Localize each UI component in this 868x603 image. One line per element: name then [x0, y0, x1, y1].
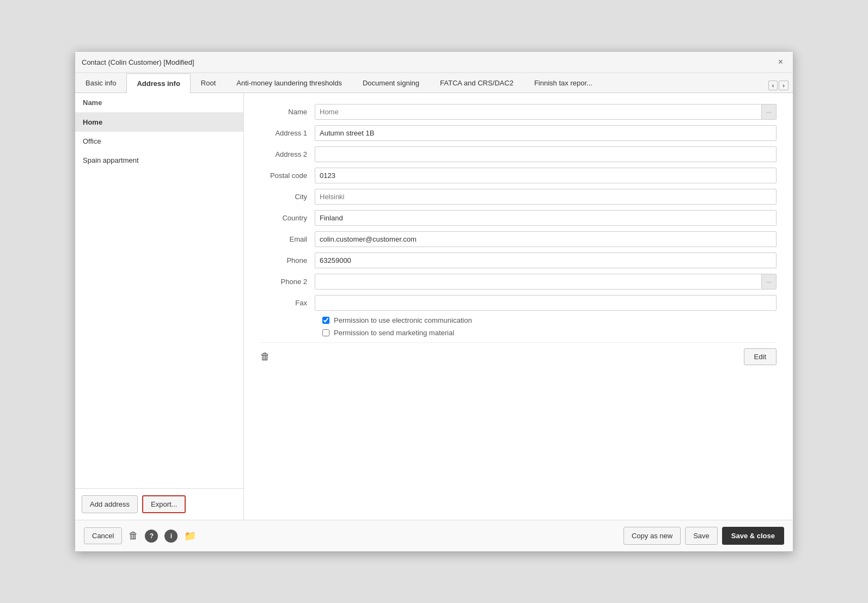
sidebar-footer: Add address Export...	[75, 488, 243, 520]
tab-root[interactable]: Root	[191, 73, 226, 93]
tab-finnish-tax[interactable]: Finnish tax repor...	[524, 73, 603, 93]
tab-prev-button[interactable]: ‹	[768, 81, 778, 90]
content-area: Name Home Office Spain appartment Add ad…	[75, 93, 793, 520]
name-input[interactable]	[315, 104, 761, 119]
dialog-footer: Cancel 🗑 ? i 📁 Copy as new Save Save & c…	[75, 520, 793, 551]
phone2-label: Phone 2	[260, 278, 315, 286]
cancel-button[interactable]: Cancel	[84, 527, 122, 544]
email-row: Email	[260, 231, 777, 247]
address1-row: Address 1	[260, 125, 777, 141]
form-area: Name ··· Address 1 Address 2 Postal code	[244, 93, 793, 520]
phone-input[interactable]	[315, 253, 777, 268]
save-close-button[interactable]: Save & close	[722, 527, 784, 545]
phone2-field-wrapper: ···	[315, 274, 777, 290]
sidebar-header: Name	[75, 93, 243, 113]
fax-input[interactable]	[315, 295, 777, 311]
name-label: Name	[260, 108, 315, 116]
titlebar: Contact (Colin Customer) [Modified] ×	[75, 52, 793, 73]
dialog-title: Contact (Colin Customer) [Modified]	[82, 58, 194, 66]
fax-label: Fax	[260, 299, 315, 307]
tab-nav: ‹ ›	[764, 78, 793, 93]
marketing-checkbox[interactable]	[322, 329, 329, 336]
phone2-ellipsis-button[interactable]: ···	[761, 274, 776, 289]
country-row: Country	[260, 210, 777, 226]
tab-document-signing[interactable]: Document signing	[352, 73, 430, 93]
footer-trash-icon[interactable]: 🗑	[129, 530, 138, 542]
info-icon[interactable]: i	[164, 530, 178, 543]
postal-code-label: Postal code	[260, 171, 315, 180]
phone-label: Phone	[260, 256, 315, 264]
city-label: City	[260, 193, 315, 201]
email-input[interactable]	[315, 231, 777, 247]
address-list: Home Office Spain appartment	[75, 113, 243, 488]
address2-label: Address 2	[260, 150, 315, 158]
name-field-wrapper: ···	[315, 104, 777, 120]
tab-fatca[interactable]: FATCA and CRS/DAC2	[430, 73, 524, 93]
sidebar-item-home[interactable]: Home	[75, 113, 243, 132]
tabs-bar: Basic info Address info Root Anti-money …	[75, 73, 793, 93]
name-ellipsis-button[interactable]: ···	[761, 104, 776, 119]
electronic-comm-checkbox[interactable]	[322, 317, 329, 324]
address1-label: Address 1	[260, 129, 315, 137]
save-button[interactable]: Save	[685, 527, 718, 545]
export-button[interactable]: Export...	[142, 495, 186, 513]
copy-as-new-button[interactable]: Copy as new	[624, 527, 681, 545]
marketing-row: Permission to send marketing material	[322, 329, 777, 337]
country-label: Country	[260, 214, 315, 222]
marketing-label: Permission to send marketing material	[334, 329, 454, 337]
postal-code-input[interactable]	[315, 168, 777, 183]
edit-button[interactable]: Edit	[744, 348, 777, 365]
phone-row: Phone	[260, 253, 777, 268]
help-icon[interactable]: ?	[145, 530, 158, 543]
city-row: City	[260, 189, 777, 205]
dialog: Contact (Colin Customer) [Modified] × Ba…	[75, 51, 793, 552]
address1-input[interactable]	[315, 125, 777, 141]
city-input[interactable]	[315, 189, 777, 205]
country-input[interactable]	[315, 210, 777, 226]
sidebar: Name Home Office Spain appartment Add ad…	[75, 93, 244, 520]
tab-aml[interactable]: Anti-money laundering thresholds	[226, 73, 352, 93]
address2-row: Address 2	[260, 146, 777, 162]
postal-code-row: Postal code	[260, 168, 777, 183]
tab-basic-info[interactable]: Basic info	[75, 73, 126, 93]
phone2-row: Phone 2 ···	[260, 274, 777, 290]
form-footer: 🗑 Edit	[260, 342, 777, 371]
tab-next-button[interactable]: ›	[779, 81, 788, 90]
email-label: Email	[260, 235, 315, 243]
phone2-input[interactable]	[315, 274, 761, 289]
close-button[interactable]: ×	[775, 56, 786, 68]
address2-input[interactable]	[315, 146, 777, 162]
folder-icon[interactable]: 📁	[184, 530, 196, 542]
sidebar-item-spain[interactable]: Spain appartment	[75, 151, 243, 170]
fax-row: Fax	[260, 295, 777, 311]
footer-left: Cancel 🗑 ? i 📁	[84, 527, 196, 544]
sidebar-item-office[interactable]: Office	[75, 132, 243, 151]
delete-address-icon[interactable]: 🗑	[260, 351, 270, 362]
tab-address-info[interactable]: Address info	[126, 73, 190, 93]
electronic-comm-label: Permission to use electronic communicati…	[334, 316, 472, 324]
electronic-comm-row: Permission to use electronic communicati…	[322, 316, 777, 324]
add-address-button[interactable]: Add address	[82, 495, 138, 513]
name-row: Name ···	[260, 104, 777, 120]
footer-right: Copy as new Save Save & close	[624, 527, 784, 545]
